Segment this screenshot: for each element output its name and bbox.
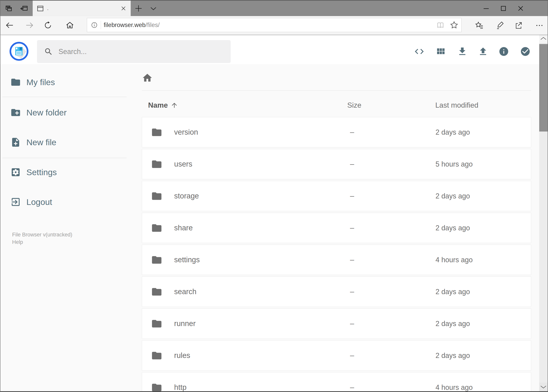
breadcrumb-home-icon[interactable] <box>142 72 153 83</box>
window-maximize-icon[interactable] <box>499 4 508 13</box>
tab-bar: . <box>0 0 548 16</box>
folder-icon <box>151 190 162 202</box>
tab-close-icon[interactable] <box>120 6 126 11</box>
file-size: – <box>350 287 354 296</box>
filebrowser-app: My files New folder New file Sett <box>0 35 548 391</box>
code-view-icon[interactable] <box>414 46 424 57</box>
column-name[interactable]: Name <box>148 101 178 109</box>
tab-list-chevron-icon[interactable] <box>150 5 157 12</box>
tab-title: . <box>47 6 120 11</box>
sidebar-footer: File Browser v(untracked) Help <box>12 231 72 246</box>
sidebar-item-label: New folder <box>26 108 67 117</box>
sidebar-item-new-folder[interactable]: New folder <box>0 105 142 119</box>
table-row[interactable]: storage – 2 days ago <box>142 181 531 211</box>
file-size: – <box>350 160 354 168</box>
tab-preview-icon[interactable] <box>5 4 13 13</box>
sort-ascending-icon <box>171 102 178 109</box>
download-icon[interactable] <box>457 46 468 57</box>
favorites-hub-icon[interactable] <box>475 21 484 30</box>
search-icon <box>44 47 53 56</box>
sidebar-item-new-file[interactable]: New file <box>0 135 142 149</box>
page-icon <box>37 5 44 12</box>
home-icon[interactable] <box>66 21 74 29</box>
scrollbar-thumb[interactable] <box>539 44 548 132</box>
info-icon[interactable] <box>499 46 509 57</box>
file-name: version <box>174 128 198 136</box>
back-icon[interactable] <box>5 21 14 29</box>
table-row[interactable]: share – 2 days ago <box>142 213 531 243</box>
search-input[interactable] <box>58 47 229 56</box>
folder-icon <box>151 159 162 170</box>
folder-icon <box>151 382 162 392</box>
sidebar-item-label: Settings <box>26 168 57 177</box>
browser-tab[interactable]: . <box>33 0 131 16</box>
new-folder-icon <box>10 107 21 118</box>
select-multiple-icon[interactable] <box>520 46 531 57</box>
sidebar-item-label: Logout <box>26 197 52 207</box>
filebrowser-logo <box>9 42 28 61</box>
window-close-icon[interactable] <box>516 4 525 13</box>
table-row[interactable]: runner – 2 days ago <box>142 308 531 339</box>
site-info-icon[interactable] <box>91 22 98 28</box>
file-size: – <box>350 224 354 232</box>
file-modified: 2 days ago <box>436 320 470 328</box>
file-modified: 4 hours ago <box>436 383 473 392</box>
folder-icon <box>151 222 162 234</box>
file-name: settings <box>174 256 200 264</box>
reading-view-icon[interactable] <box>436 21 444 29</box>
new-tab-icon[interactable] <box>135 5 142 12</box>
file-size: – <box>350 128 354 136</box>
column-size[interactable]: Size <box>347 101 361 109</box>
favorite-star-icon[interactable] <box>450 21 458 29</box>
set-tabs-aside-icon[interactable] <box>20 4 28 13</box>
page-scrollbar[interactable] <box>539 35 548 391</box>
file-name: storage <box>174 192 199 200</box>
table-row[interactable]: users – 5 hours ago <box>142 149 531 179</box>
file-name: search <box>174 287 196 296</box>
file-listing: Name Size Last modified version – <box>142 64 539 391</box>
file-size: – <box>350 256 354 264</box>
url-text[interactable]: filebrowser.web/files/ <box>104 21 160 28</box>
help-link[interactable]: Help <box>12 238 72 246</box>
sidebar-divider <box>2 97 127 97</box>
file-size: – <box>350 383 354 391</box>
share-icon[interactable] <box>514 21 523 30</box>
sidebar-item-my-files[interactable]: My files <box>0 75 142 89</box>
address-bar[interactable]: filebrowser.web/files/ <box>87 18 462 32</box>
table-row[interactable]: search – 2 days ago <box>142 277 531 307</box>
folder-icon <box>151 318 162 329</box>
file-modified: 2 days ago <box>436 224 470 232</box>
scroll-down-icon[interactable] <box>539 383 548 391</box>
more-menu-icon[interactable] <box>535 21 544 30</box>
sidebar: My files New folder New file Sett <box>0 64 142 391</box>
web-note-pen-icon[interactable] <box>496 21 505 30</box>
table-row[interactable]: version – 2 days ago <box>142 117 531 147</box>
logout-icon <box>10 197 21 207</box>
scroll-up-icon[interactable] <box>539 35 548 43</box>
settings-icon <box>10 167 21 177</box>
file-size: – <box>350 319 354 328</box>
sidebar-item-logout[interactable]: Logout <box>0 195 142 209</box>
upload-icon[interactable] <box>478 46 488 57</box>
table-row[interactable]: settings – 4 hours ago <box>142 245 531 275</box>
column-last-modified[interactable]: Last modified <box>435 101 478 109</box>
sidebar-item-label: New file <box>26 138 56 147</box>
file-name: runner <box>174 319 196 328</box>
forward-icon[interactable] <box>25 21 34 29</box>
window-minimize-icon[interactable] <box>482 4 491 13</box>
file-modified: 2 days ago <box>436 351 470 360</box>
new-file-icon <box>10 137 21 147</box>
search-bar[interactable] <box>37 40 231 63</box>
file-name: share <box>174 224 193 232</box>
file-name: users <box>174 160 192 168</box>
grid-view-icon[interactable] <box>435 46 446 57</box>
table-row[interactable]: http – 4 hours ago <box>142 372 531 391</box>
file-modified: 2 days ago <box>436 288 470 296</box>
sidebar-item-settings[interactable]: Settings <box>0 165 142 179</box>
listing-header: Name Size Last modified <box>142 100 531 111</box>
folder-icon <box>151 127 162 138</box>
table-row[interactable]: rules – 2 days ago <box>142 340 531 371</box>
file-size: – <box>350 192 354 200</box>
refresh-icon[interactable] <box>44 21 52 29</box>
folder-icon <box>151 254 162 266</box>
